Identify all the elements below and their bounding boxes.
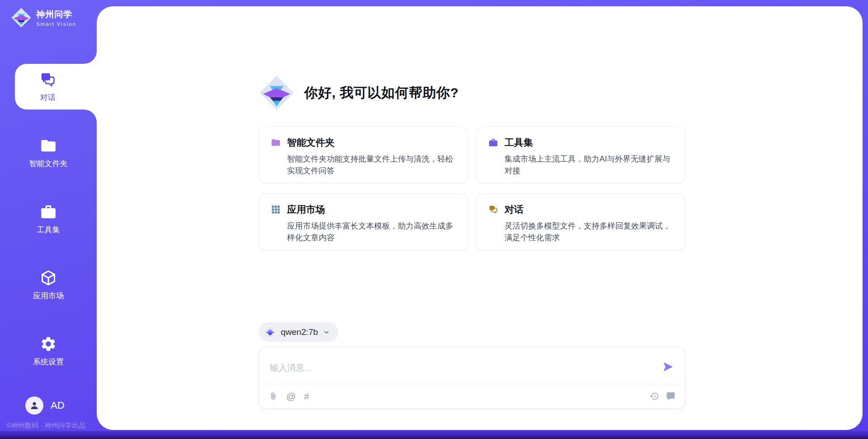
card-head: 智能文件夹 — [271, 136, 456, 149]
person-icon — [29, 400, 40, 411]
sidebar-item-chat[interactable]: 对话 — [15, 64, 97, 110]
sidebar: 神州问学 Smart Vision 对话 智能文件夹 工具集 应用市场 — [0, 0, 97, 439]
card-description: 应用市场提供丰富长文本模板，助力高效生成多样化文章内容 — [287, 220, 456, 244]
at-icon: @ — [286, 391, 296, 401]
avatar — [25, 396, 43, 415]
card-description: 集成市场上主流工具，助力AI与外界无缝扩展与对接 — [505, 153, 673, 177]
composer: @ # — [259, 347, 685, 409]
brand-text: 神州问学 Smart Vision — [36, 9, 76, 27]
card-description: 灵活切换多模型文件，支持多样回复效果调试，满足个性化需求 — [505, 220, 673, 244]
card-head: 对话 — [488, 203, 673, 216]
brand-subtitle: Smart Vision — [36, 21, 76, 27]
main-panel: 你好, 我可以如何帮助你? 智能文件夹 智能文件夹功能支持批量文件上传与清洗，轻… — [97, 6, 863, 430]
sidebar-item-app-market[interactable]: 应用市场 — [0, 262, 97, 308]
message-input[interactable] — [259, 347, 685, 384]
card-title: 工具集 — [505, 136, 533, 149]
card-description: 智能文件夹功能支持批量文件上传与清洗，轻松实现文件问答 — [287, 153, 456, 177]
model-selector[interactable]: qwen2:7b — [259, 322, 338, 342]
sidebar-item-label: 应用市场 — [33, 291, 64, 301]
sidebar-item-settings[interactable]: 系统设置 — [0, 328, 97, 374]
send-icon — [662, 361, 674, 373]
user-name: AD — [51, 400, 65, 411]
gear-icon — [40, 335, 57, 353]
attach-button[interactable] — [269, 391, 278, 401]
folder-icon — [40, 137, 57, 154]
sidebar-item-label: 对话 — [40, 92, 56, 103]
sidebar-item-smart-folder[interactable]: 智能文件夹 — [0, 130, 97, 176]
card-head: 工具集 — [488, 136, 673, 149]
briefcase-icon — [488, 138, 498, 148]
brand-name: 神州问学 — [36, 9, 76, 20]
feature-card-smart-folder[interactable]: 智能文件夹 智能文件夹功能支持批量文件上传与清洗，轻松实现文件问答 — [259, 126, 468, 183]
brand: 神州问学 Smart Vision — [11, 7, 76, 28]
grid-icon — [271, 205, 281, 215]
model-name: qwen2:7b — [281, 327, 318, 337]
chevron-down-icon — [323, 329, 330, 336]
card-title: 对话 — [505, 203, 524, 216]
sidebar-item-label: 智能文件夹 — [29, 158, 68, 169]
brand-logo-icon — [11, 7, 32, 28]
feature-card-toolset[interactable]: 工具集 集成市场上主流工具，助力AI与外界无缝扩展与对接 — [476, 126, 685, 183]
composer-toolbar: @ # — [259, 384, 685, 408]
history-button[interactable] — [650, 391, 659, 401]
card-head: 应用市场 — [271, 203, 456, 216]
briefcase-icon — [40, 203, 57, 220]
send-button[interactable] — [660, 359, 676, 376]
hash-icon: # — [304, 391, 309, 401]
sidebar-item-label: 工具集 — [37, 224, 60, 235]
new-chat-button[interactable] — [666, 391, 675, 401]
message-icon — [666, 391, 675, 401]
chat-icon — [39, 71, 57, 88]
paperclip-icon — [269, 391, 278, 401]
topic-button[interactable]: # — [304, 391, 309, 401]
feature-card-app-market[interactable]: 应用市场 应用市场提供丰富长文本模板，助力高效生成多样化文章内容 — [259, 193, 468, 250]
history-icon — [650, 391, 659, 401]
feature-cards: 智能文件夹 智能文件夹功能支持批量文件上传与清洗，轻松实现文件问答 工具集 集成… — [259, 126, 685, 250]
app-root: 神州问学 Smart Vision 对话 智能文件夹 工具集 应用市场 — [0, 0, 868, 439]
folder-icon — [271, 138, 281, 148]
feature-card-chat[interactable]: 对话 灵活切换多模型文件，支持多样回复效果调试，满足个性化需求 — [476, 193, 685, 250]
sidebar-nav: 对话 智能文件夹 工具集 应用市场 系统设置 — [0, 64, 97, 394]
bottom-strip — [0, 431, 868, 439]
greeting: 你好, 我可以如何帮助你? — [259, 75, 685, 111]
cube-icon — [40, 269, 57, 286]
sidebar-item-label: 系统设置 — [33, 357, 64, 367]
greeting-text: 你好, 我可以如何帮助你? — [304, 84, 459, 102]
card-title: 智能文件夹 — [287, 136, 335, 149]
user-profile[interactable]: AD — [25, 396, 65, 415]
chat-icon — [488, 205, 498, 215]
main-content: 你好, 我可以如何帮助你? 智能文件夹 智能文件夹功能支持批量文件上传与清洗，轻… — [259, 6, 685, 409]
toolbar-left: @ # — [269, 391, 309, 401]
toolbar-right — [650, 391, 675, 401]
model-logo-icon — [264, 326, 276, 338]
greeting-logo-icon — [259, 75, 295, 111]
sidebar-item-toolset[interactable]: 工具集 — [0, 196, 97, 242]
sidebar-footer: ©神州数码 · 神州问学出品 — [6, 421, 97, 430]
card-title: 应用市场 — [287, 203, 325, 216]
mention-button[interactable]: @ — [286, 391, 296, 401]
